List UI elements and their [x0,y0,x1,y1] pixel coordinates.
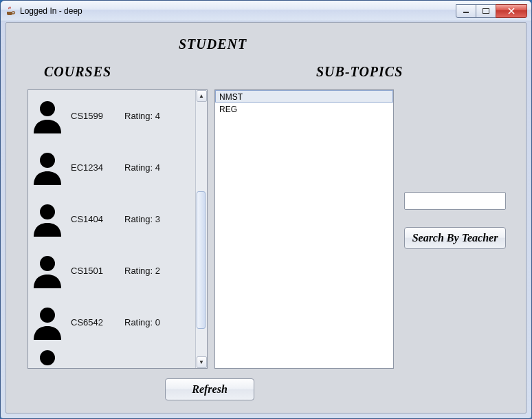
course-row[interactable]: CS6542Rating: 0 [28,297,195,348]
scroll-thumb[interactable] [197,191,206,329]
svg-rect-0 [463,12,469,13]
teacher-search-input[interactable] [404,192,506,210]
person-icon [31,254,64,288]
course-code: CS1501 [71,266,118,276]
svg-rect-1 [483,8,489,13]
course-code: CS6542 [71,317,118,327]
subtopics-list[interactable]: NMSTREG [214,89,394,369]
course-row[interactable]: CS1501Rating: 2 [28,245,195,297]
close-button[interactable] [496,4,527,18]
subtopic-item[interactable]: NMST [215,90,393,103]
subtopics-heading: SUB-TOPICS [316,64,403,80]
course-code: CS1599 [71,111,118,121]
scroll-up-button[interactable]: ▲ [197,90,207,102]
courses-heading: COURSES [44,64,111,80]
titlebar[interactable]: Logged In - deep [1,1,531,21]
person-icon [31,348,64,368]
scroll-down-button[interactable]: ▼ [197,356,207,368]
window-title: Logged In - deep [20,6,82,16]
courses-scrollbar[interactable]: ▲ ▼ [195,90,207,368]
courses-list[interactable]: CS1599Rating: 4EC1234Rating: 4CS1404Rati… [28,90,195,368]
scroll-track[interactable] [196,102,207,356]
minimize-button[interactable] [456,4,476,18]
course-code: EC1234 [71,162,118,173]
person-icon [31,305,64,340]
person-icon [31,202,64,237]
course-rating: Rating: 2 [124,266,160,276]
refresh-button[interactable]: Refresh [165,378,254,400]
java-cup-icon [5,6,16,17]
course-row[interactable]: EC1234Rating: 4 [28,142,195,193]
course-rating: Rating: 4 [124,162,160,173]
student-heading: STUDENT [179,36,247,52]
course-rating: Rating: 0 [124,317,160,327]
window-controls [456,4,527,18]
course-row[interactable]: CS1404Rating: 3 [28,193,195,245]
svg-point-2 [40,101,55,116]
subtopic-item[interactable]: REG [215,103,393,115]
svg-point-3 [40,153,55,168]
person-icon [31,99,64,133]
svg-point-5 [40,256,55,271]
search-by-teacher-button[interactable]: Search By Teacher [404,227,506,249]
person-icon [31,151,64,185]
course-rating: Rating: 3 [124,214,160,224]
application-window: Logged In - deep STUDENT COURSES SUB-TOP… [0,0,532,419]
course-row[interactable]: CS1599Rating: 4 [28,90,195,142]
svg-point-7 [40,350,55,365]
course-rating: Rating: 4 [124,111,160,121]
course-row[interactable] [28,348,195,368]
content-frame: STUDENT COURSES SUB-TOPICS CS1599Rating:… [5,22,527,413]
svg-point-4 [40,204,55,219]
svg-point-6 [40,308,55,323]
course-code: CS1404 [71,214,118,224]
courses-panel: CS1599Rating: 4EC1234Rating: 4CS1404Rati… [27,89,208,369]
maximize-button[interactable] [476,4,496,18]
